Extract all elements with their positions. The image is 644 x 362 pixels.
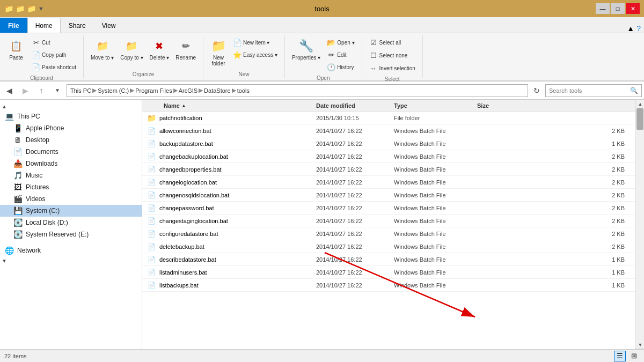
up-button[interactable]: ↑: [34, 84, 48, 98]
sidebar-scroll-down[interactable]: ▼: [0, 256, 9, 265]
organize-content: 📁 Move to ▾ 📁 Copy to ▾ ✖ Delete ▾ ✏ Ren…: [88, 36, 199, 70]
new-item-button[interactable]: 📄 New item ▾: [230, 36, 280, 48]
move-to-button[interactable]: 📁 Move to ▾: [88, 36, 116, 63]
address-path[interactable]: This PC ▶ System (C:) ▶ Program Files ▶ …: [67, 84, 528, 97]
view-details-button[interactable]: ☰: [614, 351, 626, 361]
title-bar-dropdown-icon[interactable]: ▼: [38, 5, 44, 12]
file-row[interactable]: 📄 changedbproperties.bat 2014/10/27 16:2…: [142, 163, 635, 176]
paste-shortcut-button[interactable]: 📄 Paste shortcut: [29, 61, 79, 73]
file-date-cell: 2014/10/27 16:22: [314, 166, 392, 173]
view-large-button[interactable]: ⊞: [628, 351, 640, 361]
file-row[interactable]: 📄 deletebackup.bat 2014/10/27 16:22 Wind…: [142, 240, 635, 253]
file-name: allowconnection.bat: [159, 128, 211, 134]
videos-label: Videos: [26, 195, 45, 203]
col-name-header[interactable]: Name ▲: [142, 102, 314, 109]
desktop-icon: 🖥: [13, 136, 23, 144]
cut-button[interactable]: ✂ Cut: [29, 36, 79, 48]
help-button[interactable]: ?: [636, 24, 641, 33]
path-this-pc[interactable]: This PC: [70, 87, 91, 94]
select-none-icon: ☐: [369, 51, 378, 60]
file-row[interactable]: 📄 listbackups.bat 2014/10/27 16:22 Windo…: [142, 279, 635, 292]
file-row[interactable]: 📄 describedatastore.bat 2014/10/27 16:22…: [142, 253, 635, 266]
sidebar-item-pictures[interactable]: 🖼 Pictures: [0, 181, 142, 193]
sidebar-item-apple-iphone[interactable]: 📱 Apple iPhone: [0, 122, 142, 134]
ribbon-body: 📋 Paste ✂ Cut 📄 Copy path 📄 Paste shortc…: [0, 33, 644, 82]
ribbon-group-open: 🔧 Properties ▾ 📂 Open ▾ ✏ Edit 🕐 History…: [285, 35, 362, 78]
this-pc-icon: 💻: [4, 112, 14, 121]
maximize-button[interactable]: □: [611, 3, 625, 14]
tab-home[interactable]: Home: [27, 18, 61, 33]
file-row[interactable]: 📄 changeloglocation.bat 2014/10/27 16:22…: [142, 176, 635, 189]
sidebar-item-network[interactable]: 🌐 Network: [0, 245, 142, 256]
col-size-header[interactable]: Size: [475, 102, 635, 109]
invert-selection-button[interactable]: ↔ Invert selection: [367, 62, 418, 74]
easy-access-button[interactable]: ⭐ Easy access ▾: [230, 49, 280, 61]
copy-path-icon: 📄: [32, 50, 40, 59]
select-none-button[interactable]: ☐ Select none: [367, 49, 411, 61]
scrollbar-up-arrow[interactable]: ▲: [636, 100, 644, 108]
file-row[interactable]: 📄 allowconnection.bat 2014/10/27 16:22 W…: [142, 124, 635, 137]
path-tools[interactable]: tools: [237, 87, 250, 94]
file-row[interactable]: 📄 listadminusers.bat 2014/10/27 16:22 Wi…: [142, 266, 635, 279]
history-button[interactable]: 🕐 History: [324, 61, 357, 73]
path-system-c[interactable]: System (C:): [98, 87, 129, 94]
properties-button[interactable]: 🔧 Properties ▾: [289, 36, 323, 63]
tab-view[interactable]: View: [94, 18, 124, 33]
select-all-button[interactable]: ☑ Select all: [367, 36, 404, 48]
search-box: 🔍: [545, 84, 642, 97]
search-input[interactable]: [549, 87, 630, 94]
open-button[interactable]: 📂 Open ▾: [324, 36, 357, 48]
back-button[interactable]: ◀: [2, 84, 16, 98]
sidebar-item-documents[interactable]: 📄 Documents: [0, 146, 142, 158]
file-row[interactable]: 📄 changestaginglocation.bat 2014/10/27 1…: [142, 215, 635, 227]
sidebar-item-desktop[interactable]: 🖥 Desktop: [0, 134, 142, 146]
file-type-cell: Windows Batch File: [392, 192, 475, 198]
path-arcgis[interactable]: ArcGIS: [179, 87, 197, 94]
new-folder-button[interactable]: 📁 Newfolder: [208, 36, 229, 69]
sidebar-item-music[interactable]: 🎵 Music: [0, 169, 142, 181]
minimize-button[interactable]: —: [596, 3, 610, 14]
file-row[interactable]: 📄 configuredatastore.bat 2014/10/27 16:2…: [142, 227, 635, 240]
sidebar-item-this-pc[interactable]: 💻 This PC: [0, 110, 142, 122]
tab-share[interactable]: Share: [61, 18, 94, 33]
file-size-cell: 2 KB: [475, 218, 635, 224]
sidebar-item-system-reserved-e[interactable]: 💽 System Reserved (E:): [0, 228, 142, 240]
sidebar-item-local-disk-d[interactable]: 💽 Local Disk (D:): [0, 217, 142, 228]
new-item-icon: 📄: [233, 38, 241, 47]
col-type-header[interactable]: Type: [392, 102, 475, 109]
recent-locations-button[interactable]: ▼: [50, 84, 64, 98]
refresh-button[interactable]: ↻: [530, 84, 543, 97]
scrollbar-thumb[interactable]: [636, 108, 643, 130]
file-row[interactable]: 📄 changepassword.bat 2014/10/27 16:22 Wi…: [142, 202, 635, 215]
scrollbar-down-arrow[interactable]: ▼: [636, 341, 644, 349]
sidebar-item-system-c[interactable]: 💾 System (C:): [0, 205, 142, 217]
file-row[interactable]: 📄 backupdatastore.bat 2014/10/27 16:22 W…: [142, 137, 635, 150]
file-row[interactable]: 📄 changenosqldslocation.bat 2014/10/27 1…: [142, 189, 635, 202]
paste-button[interactable]: 📋 Paste: [4, 36, 28, 63]
file-row[interactable]: 📁 patchnotification 2015/1/30 10:15 File…: [142, 112, 635, 124]
edit-button[interactable]: ✏ Edit: [324, 49, 357, 61]
col-date-header[interactable]: Date modified: [314, 102, 392, 109]
sidebar-item-downloads[interactable]: 📥 Downloads: [0, 158, 142, 169]
close-button[interactable]: ✕: [626, 3, 640, 14]
tab-file[interactable]: File: [0, 18, 27, 33]
properties-label: Properties ▾: [292, 55, 320, 61]
sidebar-scroll-up[interactable]: ▲: [0, 102, 9, 110]
delete-button[interactable]: ✖ Delete ▾: [147, 36, 172, 63]
file-row[interactable]: 📄 changebackuplocation.bat 2014/10/27 16…: [142, 150, 635, 163]
sidebar-item-videos[interactable]: 🎬 Videos: [0, 193, 142, 205]
new-folder-label: Newfolder: [212, 55, 225, 67]
bat-icon: 📄: [147, 282, 156, 289]
path-datastore[interactable]: DataStore: [204, 87, 231, 94]
new-item-label: New item ▾: [243, 40, 269, 46]
ribbon-collapse-button[interactable]: ▲: [627, 24, 634, 33]
file-date-cell: 2015/1/30 10:15: [314, 115, 392, 121]
forward-button[interactable]: ▶: [18, 84, 32, 98]
path-program-files[interactable]: Program Files: [135, 87, 172, 94]
rename-button[interactable]: ✏ Rename: [173, 36, 199, 63]
copy-path-button[interactable]: 📄 Copy path: [29, 49, 79, 61]
file-size-cell: 2 KB: [475, 128, 635, 134]
file-date-cell: 2014/10/27 16:22: [314, 269, 392, 276]
copy-to-button[interactable]: 📁 Copy to ▾: [118, 36, 145, 63]
properties-icon: 🔧: [299, 39, 314, 54]
